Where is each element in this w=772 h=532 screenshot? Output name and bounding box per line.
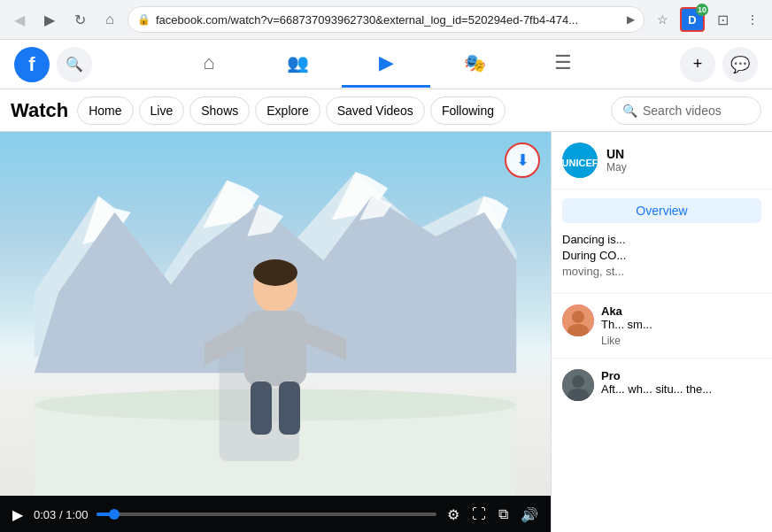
desc-line1: Dancing is... [562,232,761,248]
play-button[interactable]: ▶ [11,505,25,525]
comment-like-1[interactable]: Like [601,335,761,347]
video-controls: ▶ 0:03 / 1:00 ⚙ ⛶ ⧉ 🔊 [0,496,551,532]
watch-search[interactable]: 🔍 Search videos [611,96,761,125]
sidebar-description: Dancing is... During CO... moving, st... [552,232,772,289]
explore-nav-btn[interactable]: Explore [255,96,320,125]
svg-line-15 [306,333,346,355]
download-button[interactable]: ⬇ [505,143,540,178]
fullscreen-button[interactable]: ⛶ [470,505,488,524]
svg-rect-18 [251,382,272,435]
address-text: facebook.com/watch?v=668737093962730&ext… [156,13,621,27]
search-placeholder: Search videos [643,104,722,118]
extension-label: D [688,13,696,27]
following-nav-btn[interactable]: Following [430,96,506,125]
saved-videos-nav-btn[interactable]: Saved Videos [326,96,425,125]
extension-button[interactable]: D 10 [680,7,705,32]
browser-chrome: ◀ ▶ ↻ ⌂ 🔒 facebook.com/watch?v=668737093… [0,0,772,40]
facebook-logo: f [14,47,50,82]
overview-button[interactable]: Overview [562,198,761,223]
lock-icon: 🔒 [137,13,151,26]
comment-text-2: Aft... wh... situ... the... [601,382,761,397]
svg-line-14 [205,333,244,359]
address-arrow-icon: ▶ [627,13,635,26]
volume-button[interactable]: 🔊 [519,505,540,525]
comment-avatar-1 [562,305,594,336]
groups-nav-icon: 🎭 [464,52,486,73]
nav-home-button[interactable]: ⌂ [165,42,253,88]
video-subject [205,253,346,451]
watch-bar: Watch Home Live Shows Explore Saved Vide… [0,89,772,132]
desc-line3: moving, st... [562,264,761,280]
download-icon: ⬇ [516,150,529,170]
svg-text:UNICEF: UNICEF [562,158,598,168]
add-button[interactable]: + [680,47,715,82]
comment-body-1: Aka Th... sm... Like [601,305,761,348]
main-content: ⬇ ▶ 0:03 / 1:00 ⚙ ⛶ ⧉ 🔊 [0,132,772,532]
sidebar-divider-2 [552,358,772,359]
desc-line2: During CO... [562,248,761,264]
shows-nav-btn[interactable]: Shows [189,96,250,125]
nav-groups-button[interactable]: 🎭 [430,42,519,88]
forward-button[interactable]: ▶ [37,7,62,32]
commenter-name-2: Pro [601,369,761,382]
sidebar: UNICEF UN May Overview Dancing is... Dur… [551,132,772,532]
address-bar[interactable]: 🔒 facebook.com/watch?v=668737093962730&e… [127,6,645,33]
svg-point-26 [572,375,584,388]
fb-nav-right: + 💬 [680,47,758,82]
messenger-button[interactable]: 💬 [722,47,758,82]
bookmark-button[interactable]: ☆ [650,7,675,32]
progress-bar[interactable] [96,513,436,516]
comment-avatar-2 [562,369,594,401]
live-nav-btn[interactable]: Live [139,96,185,125]
refresh-button[interactable]: ↻ [67,7,92,32]
nav-friends-button[interactable]: 👥 [253,42,342,88]
browser-toolbar: ◀ ▶ ↻ ⌂ 🔒 facebook.com/watch?v=668737093… [0,0,772,39]
channel-date: May [606,161,627,173]
fb-search-button[interactable]: 🔍 [57,47,92,82]
total-time: 1:00 [66,508,88,521]
home-nav-icon: ⌂ [203,51,214,74]
sidebar-divider [552,293,772,294]
extension-badge: 10 [696,4,708,16]
sidebar-info: UN May [606,147,627,173]
svg-rect-13 [244,311,306,386]
channel-name: UN [606,147,627,161]
settings-button[interactable]: ⚙ [445,505,461,525]
progress-thumb [109,509,120,520]
video-scene: ⬇ [0,132,551,496]
menu-nav-icon: ☰ [554,51,572,74]
friends-nav-icon: 👥 [287,52,309,73]
commenter-name-1: Aka [601,305,761,318]
video-container[interactable]: ⬇ [0,132,551,496]
channel-avatar: UNICEF [562,143,598,178]
svg-point-12 [253,259,297,286]
back-button[interactable]: ◀ [7,7,32,32]
home-nav-btn[interactable]: Home [77,96,133,125]
home-button[interactable]: ⌂ [97,7,122,32]
search-icon: 🔍 [622,104,637,118]
pip-button[interactable]: ⧉ [497,505,510,524]
video-area: ⬇ ▶ 0:03 / 1:00 ⚙ ⛶ ⧉ 🔊 [0,132,551,532]
nav-menu-button[interactable]: ☰ [519,42,607,88]
cast-button[interactable]: ⊡ [710,7,735,32]
fb-nav-icons: ⌂ 👥 ▶ 🎭 ☰ [99,42,673,88]
comment-item: Aka Th... sm... Like [552,297,772,355]
svg-point-23 [572,311,584,323]
sidebar-header: UNICEF UN May [552,132,772,189]
comment-item-2: Pro Aft... wh... situ... the... [552,362,772,408]
watch-nav-icon: ▶ [379,51,394,74]
svg-rect-19 [279,382,300,435]
more-button[interactable]: ⋮ [740,7,765,32]
watch-title: Watch [11,99,68,122]
comment-text-1: Th... sm... [601,318,761,333]
time-display: 0:03 / 1:00 [34,508,88,521]
nav-watch-button[interactable]: ▶ [342,42,430,88]
current-time: 0:03 [34,508,56,521]
comment-body-2: Pro Aft... wh... situ... the... [601,369,761,397]
facebook-nav: f 🔍 ⌂ 👥 ▶ 🎭 ☰ + 💬 [0,40,772,89]
